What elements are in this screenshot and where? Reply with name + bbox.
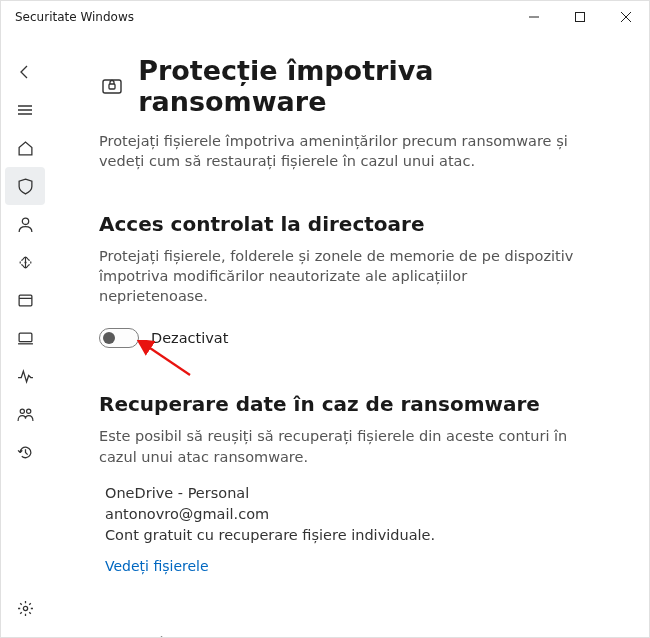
help-question: Aveți o întrebare? xyxy=(105,635,615,637)
content-area: Protecție împotriva ransomware Protejați… xyxy=(49,33,649,637)
controlled-access-toggle[interactable] xyxy=(99,328,139,348)
svg-point-7 xyxy=(23,606,27,610)
account-plan: Cont gratuit cu recuperare fișiere indiv… xyxy=(105,525,615,546)
recovery-heading: Recuperare date în caz de ransomware xyxy=(99,392,615,416)
sidebar xyxy=(1,33,49,637)
nav-protection-history[interactable] xyxy=(5,433,45,471)
account-email: antonovro@gmail.com xyxy=(105,504,615,525)
menu-button[interactable] xyxy=(5,91,45,129)
ransomware-icon xyxy=(99,73,124,99)
nav-account-protection[interactable] xyxy=(5,205,45,243)
account-name: OneDrive - Personal xyxy=(105,483,615,504)
nav-firewall[interactable] xyxy=(5,243,45,281)
maximize-button[interactable] xyxy=(557,1,603,33)
nav-app-browser[interactable] xyxy=(5,281,45,319)
svg-rect-3 xyxy=(19,295,32,306)
onedrive-account: OneDrive - Personal antonovro@gmail.com … xyxy=(105,483,615,546)
svg-point-6 xyxy=(26,409,30,413)
svg-point-2 xyxy=(24,261,26,263)
view-files-link[interactable]: Vedeți fișierele xyxy=(105,558,209,574)
nav-family-options[interactable] xyxy=(5,395,45,433)
svg-rect-4 xyxy=(19,333,32,342)
svg-point-5 xyxy=(20,409,24,413)
back-button[interactable] xyxy=(5,53,45,91)
svg-point-1 xyxy=(22,218,28,224)
svg-rect-9 xyxy=(109,84,115,89)
nav-virus-protection[interactable] xyxy=(5,167,45,205)
nav-device-security[interactable] xyxy=(5,319,45,357)
page-subtitle: Protejați fișierele împotriva amenințări… xyxy=(99,131,579,172)
close-button[interactable] xyxy=(603,1,649,33)
minimize-button[interactable] xyxy=(511,1,557,33)
svg-rect-8 xyxy=(103,80,121,93)
svg-rect-0 xyxy=(576,13,585,22)
recovery-desc: Este posibil să reușiți să recuperați fi… xyxy=(99,426,579,467)
nav-settings[interactable] xyxy=(5,589,45,627)
controlled-access-desc: Protejați fișierele, folderele și zonele… xyxy=(99,246,579,307)
toggle-state-label: Dezactivat xyxy=(151,330,228,346)
window-title: Securitate Windows xyxy=(15,10,511,24)
titlebar: Securitate Windows xyxy=(1,1,649,33)
page-title: Protecție împotriva ransomware xyxy=(138,55,615,117)
controlled-access-heading: Acces controlat la directoare xyxy=(99,212,615,236)
nav-device-performance[interactable] xyxy=(5,357,45,395)
annotation-arrow xyxy=(135,340,195,380)
nav-home[interactable] xyxy=(5,129,45,167)
